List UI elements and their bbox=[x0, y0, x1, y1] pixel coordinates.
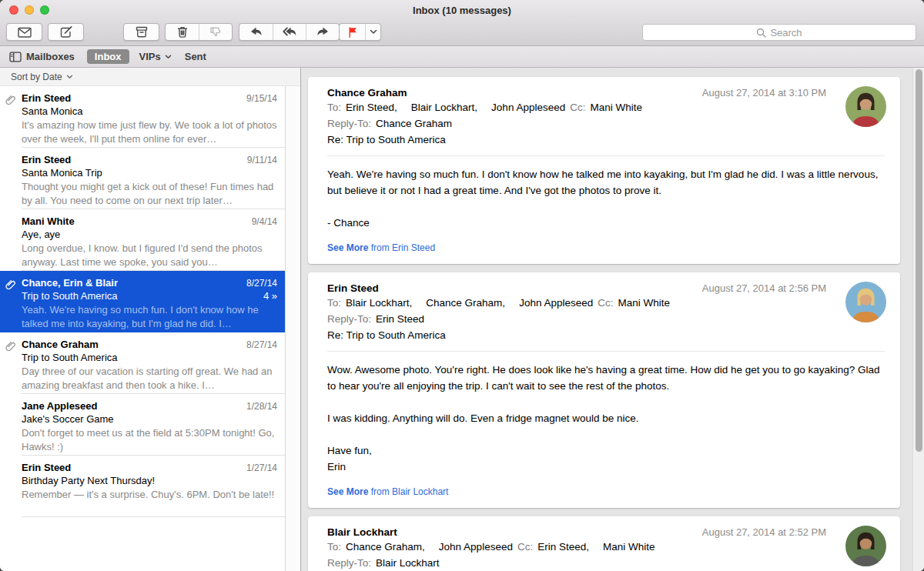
to-label: To: bbox=[327, 541, 341, 553]
chevron-down-icon bbox=[66, 75, 73, 79]
recipient: Mani White bbox=[603, 541, 655, 553]
reply-to-label: Reply-To: bbox=[327, 313, 371, 325]
zoom-window-button[interactable] bbox=[40, 5, 49, 15]
thread-count[interactable]: 4 » bbox=[263, 290, 277, 302]
reply-to-label: Reply-To: bbox=[327, 118, 371, 129]
flag-button[interactable] bbox=[340, 24, 365, 40]
message-datetime: August 27, 2014 at 3:10 PM bbox=[702, 87, 826, 99]
title-bar[interactable]: Inbox (10 messages) bbox=[0, 0, 924, 20]
reply-to-line: Reply-To:Blair Lockhart bbox=[327, 555, 885, 571]
message-sender: Chance, Erin & Blair bbox=[22, 277, 246, 289]
message-list-scroll-gutter[interactable] bbox=[286, 86, 300, 571]
see-more-link[interactable]: See More bbox=[327, 242, 368, 253]
traffic-lights bbox=[9, 5, 49, 15]
reply-to-value: Erin Steed bbox=[376, 313, 424, 325]
see-more-link[interactable]: See More bbox=[327, 486, 368, 497]
message-body: Wow. Awesome photo. You're right. He doe… bbox=[327, 362, 885, 475]
message-list-item[interactable]: Erin Steed 9/15/14 Santa Monica It's ama… bbox=[0, 86, 285, 148]
message-list-item[interactable]: Jane Appleseed 1/28/14 Jake's Soccer Gam… bbox=[0, 394, 285, 456]
mailboxes-button[interactable]: Mailboxes bbox=[9, 51, 75, 62]
sort-header[interactable]: Sort by Date bbox=[0, 68, 300, 86]
message-date: 9/11/14 bbox=[247, 155, 277, 165]
message-subject: Jake's Soccer Game bbox=[22, 413, 277, 425]
paperclip-icon bbox=[5, 94, 16, 108]
tab-vips[interactable]: VIPs bbox=[139, 51, 172, 62]
reply-all-button[interactable] bbox=[273, 24, 306, 40]
recipient: Erin Steed, bbox=[346, 102, 397, 113]
message-list-item[interactable]: Erin Steed 9/11/14 Santa Monica Trip Tho… bbox=[0, 148, 285, 209]
compose-button[interactable] bbox=[48, 23, 84, 41]
search-placeholder: Search bbox=[770, 27, 802, 38]
tab-inbox[interactable]: Inbox bbox=[87, 49, 129, 64]
recipient: Chance Graham, bbox=[346, 541, 425, 553]
body-paragraph: - Chance bbox=[327, 215, 885, 231]
sidebar-panel-icon bbox=[9, 52, 22, 62]
content-area: Sort by Date Erin Steed 9/15/14 Santa Mo… bbox=[0, 68, 924, 571]
recipients-line: To:Blair Lockhart,Chance Graham,John App… bbox=[327, 295, 885, 311]
recipient: John Appleseed bbox=[439, 541, 513, 553]
scrollbar-track[interactable] bbox=[912, 68, 924, 571]
message-list-item[interactable]: Mani White 9/4/14 Aye, aye Long overdue,… bbox=[0, 209, 285, 271]
reply-to-label: Reply-To: bbox=[327, 557, 371, 569]
sender-avatar bbox=[845, 86, 886, 127]
message-datetime: August 27, 2014 at 2:56 PM bbox=[702, 282, 826, 294]
to-label: To: bbox=[327, 102, 341, 113]
get-mail-button[interactable] bbox=[6, 23, 42, 41]
see-more-line: See More from Erin Steed bbox=[327, 242, 885, 253]
message-sender: Erin Steed bbox=[22, 92, 246, 104]
mail-app-window: Inbox (10 messages) bbox=[0, 0, 924, 571]
flag-menu-button[interactable] bbox=[365, 24, 380, 40]
cc-label: Cc: bbox=[570, 102, 585, 113]
to-label: To: bbox=[327, 297, 341, 309]
message-subject: Santa Monica Trip bbox=[22, 167, 277, 179]
message-body: Yeah. We're having so much fun. I don't … bbox=[327, 166, 885, 231]
forward-button[interactable] bbox=[306, 24, 339, 40]
recipient: Erin Steed, bbox=[537, 541, 589, 553]
close-window-button[interactable] bbox=[9, 5, 18, 15]
message-subject: Aye, aye bbox=[22, 229, 277, 240]
message-subject: Santa Monica bbox=[22, 105, 277, 117]
message-list-item[interactable]: Erin Steed 1/27/14 Birthday Party Next T… bbox=[0, 456, 285, 517]
message-sender: Chance Graham bbox=[22, 339, 246, 350]
search-input[interactable]: Search bbox=[642, 24, 916, 41]
reply-to-value: Chance Graham bbox=[376, 118, 452, 129]
cc-label: Cc: bbox=[517, 541, 533, 553]
reply-button[interactable] bbox=[239, 24, 273, 40]
reply-icon bbox=[249, 26, 263, 38]
forward-icon bbox=[316, 26, 330, 38]
sort-label: Sort by Date bbox=[11, 72, 62, 82]
message-list-item[interactable]: Chance Graham 8/27/14 Trip to South Amer… bbox=[0, 332, 285, 394]
message-date: 1/28/14 bbox=[246, 401, 277, 412]
scrollbar-thumb[interactable] bbox=[916, 69, 922, 452]
reply-to-line: Reply-To:Erin Steed bbox=[327, 311, 885, 327]
message-preview: Long overdue, I know. but I figured I'd … bbox=[22, 242, 277, 269]
thumbs-down-icon bbox=[209, 25, 223, 38]
message-list-body: Erin Steed 9/15/14 Santa Monica It's ama… bbox=[0, 86, 300, 571]
minimize-window-button[interactable] bbox=[25, 5, 34, 15]
archive-button[interactable] bbox=[123, 23, 159, 41]
trash-icon bbox=[176, 25, 189, 38]
message-from: Blair Lockhart bbox=[327, 526, 702, 538]
see-more-from-link[interactable]: from Erin Steed bbox=[371, 242, 435, 253]
message-pane: Chance Graham August 27, 2014 at 3:10 PM… bbox=[301, 68, 924, 571]
tab-sent[interactable]: Sent bbox=[185, 51, 206, 62]
recipient: John Appleseed bbox=[491, 102, 565, 113]
trash-button[interactable] bbox=[166, 24, 199, 40]
chevron-down-icon bbox=[165, 55, 172, 59]
message-list-rows: Erin Steed 9/15/14 Santa Monica It's ama… bbox=[0, 86, 286, 571]
message-subject: Trip to South America bbox=[22, 352, 277, 363]
recipients-line: To:Erin Steed,Blair Lockhart,John Apples… bbox=[327, 99, 885, 115]
recipient: Mani White bbox=[590, 102, 642, 113]
message-from: Chance Graham bbox=[327, 87, 702, 99]
see-more-from-link[interactable]: from Blair Lockhart bbox=[371, 486, 449, 497]
flag-icon bbox=[347, 26, 358, 38]
recipient: John Appleseed bbox=[519, 297, 593, 309]
message-preview: Don't forget to meet us at the field at … bbox=[22, 426, 277, 454]
junk-button[interactable] bbox=[199, 24, 232, 40]
sender-avatar bbox=[845, 526, 886, 566]
flag-group bbox=[339, 23, 381, 41]
favorites-bar: Mailboxes Inbox VIPs Sent bbox=[0, 46, 924, 68]
message-datetime: August 27, 2014 at 2:52 PM bbox=[702, 526, 826, 538]
message-sender: Erin Steed bbox=[22, 462, 246, 473]
message-list-item[interactable]: Chance, Erin & Blair 8/27/14 Trip to Sou… bbox=[0, 271, 285, 332]
